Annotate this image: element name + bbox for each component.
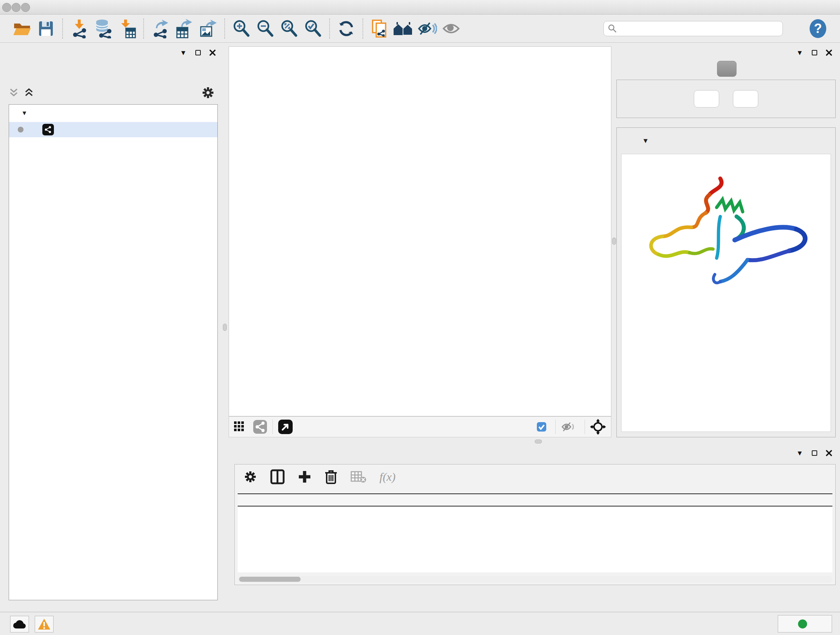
- function-builder-icon[interactable]: f(x): [379, 470, 395, 484]
- cytoscape-window: ? ▼: [0, 0, 840, 635]
- export-table-button[interactable]: [172, 17, 196, 40]
- network-view-toolbar: [229, 416, 611, 437]
- network-selection-bar: [9, 85, 218, 101]
- detach-view-icon[interactable]: [278, 419, 293, 434]
- import-network-database-button[interactable]: [91, 17, 115, 40]
- footer-separator: [555, 420, 556, 434]
- trash-icon[interactable]: [325, 469, 338, 485]
- gene-header[interactable]: ▼: [617, 128, 835, 154]
- results-panel-header: ▼: [616, 46, 838, 59]
- help-button[interactable]: ?: [806, 17, 830, 40]
- memory-status-dot: [798, 619, 807, 629]
- zoom-fit-button[interactable]: [277, 17, 301, 40]
- selected-checkbox-icon[interactable]: [537, 422, 546, 432]
- refresh-icon: [338, 20, 355, 37]
- open-folder-icon: [13, 20, 32, 37]
- search-input[interactable]: [603, 21, 783, 36]
- footer-separator: [272, 420, 273, 434]
- memory-button[interactable]: [778, 615, 832, 632]
- tab-string[interactable]: [717, 61, 737, 77]
- zoom-in-button[interactable]: [229, 17, 253, 40]
- warning-icon: [38, 618, 51, 630]
- zoom-out-button[interactable]: [253, 17, 277, 40]
- cloud-icon: [13, 619, 26, 629]
- control-panel: ▼: [4, 46, 221, 605]
- expand-all-icon[interactable]: [24, 87, 34, 98]
- zoom-in-icon: [232, 19, 250, 38]
- title-bar: [0, 0, 840, 14]
- gene-details: [621, 154, 831, 432]
- add-icon[interactable]: [298, 470, 311, 484]
- show-columns-icon[interactable]: [270, 469, 285, 485]
- zoom-selected-button[interactable]: [301, 17, 325, 40]
- cloud-status-button[interactable]: [10, 616, 29, 632]
- minimize-window-button[interactable]: [11, 3, 21, 12]
- grid-mode-icon[interactable]: [234, 421, 247, 432]
- hide-selected-button[interactable]: [415, 17, 439, 40]
- splitter-handle[interactable]: [535, 440, 542, 443]
- show-all-button[interactable]: [439, 17, 463, 40]
- table-row[interactable]: [238, 507, 832, 520]
- network-view[interactable]: [229, 46, 611, 416]
- splitter-handle[interactable]: [223, 324, 227, 331]
- close-window-button[interactable]: [2, 3, 11, 12]
- network-collection-row[interactable]: ▼: [9, 105, 218, 122]
- hidden-eye-slash-icon: [561, 421, 576, 432]
- first-neighbors-button[interactable]: [368, 17, 392, 40]
- toolbar-separator: [363, 19, 363, 39]
- import-table-icon: [118, 19, 136, 38]
- apply-layout-button[interactable]: [334, 17, 358, 40]
- zoom-fit-icon: [280, 19, 298, 38]
- panel-menu-icon[interactable]: ▼: [180, 49, 187, 56]
- delete-table-icon[interactable]: [351, 470, 366, 483]
- float-panel-icon[interactable]: [812, 50, 817, 55]
- close-panel-icon[interactable]: [826, 50, 832, 56]
- network-tree: ▼: [9, 104, 218, 600]
- table-horizontal-scrollbar[interactable]: [238, 576, 832, 583]
- close-panel-icon[interactable]: [210, 50, 216, 56]
- table-settings-gear-icon[interactable]: [243, 470, 257, 484]
- float-panel-icon[interactable]: [195, 50, 201, 55]
- export-table-icon: [175, 19, 194, 38]
- save-session-button[interactable]: [34, 17, 58, 40]
- network-row-selected[interactable]: [9, 122, 218, 137]
- warnings-button[interactable]: [35, 616, 54, 632]
- eye-icon: [441, 21, 461, 36]
- svg-text:?: ?: [814, 21, 822, 36]
- scrollbar-thumb[interactable]: [239, 577, 301, 582]
- export-image-button[interactable]: [196, 17, 220, 40]
- open-session-button[interactable]: [10, 17, 34, 40]
- import-table-button[interactable]: [115, 17, 139, 40]
- share-view-icon[interactable]: [253, 420, 267, 434]
- gear-icon[interactable]: [201, 86, 215, 100]
- zoom-out-icon: [256, 19, 274, 38]
- footer-separator: [584, 420, 585, 434]
- node-table: [238, 494, 832, 572]
- import-network-icon: [70, 19, 88, 38]
- gene-expand-icon[interactable]: ▼: [642, 137, 649, 145]
- import-network-file-button[interactable]: [67, 17, 91, 40]
- zoom-selected-icon: [304, 19, 322, 38]
- status-bar: [0, 612, 840, 635]
- table-panel-header: ▼: [232, 446, 838, 460]
- collection-expand-icon[interactable]: ▼: [21, 110, 27, 117]
- home-button[interactable]: [392, 17, 415, 40]
- float-panel-icon[interactable]: [812, 450, 817, 456]
- export-network-button[interactable]: [148, 17, 172, 40]
- control-panel-header: ▼: [4, 46, 221, 59]
- panel-menu-icon[interactable]: ▼: [796, 450, 803, 456]
- close-panel-icon[interactable]: [826, 450, 832, 456]
- string-network-icon: [42, 124, 54, 135]
- main-toolbar: ?: [0, 15, 840, 43]
- birds-eye-icon[interactable]: [590, 419, 606, 435]
- expand-all-button[interactable]: [694, 90, 719, 108]
- collapse-all-icon[interactable]: [9, 87, 19, 98]
- table-toolbar: f(x): [243, 467, 395, 486]
- network-svg: [229, 47, 611, 416]
- help-icon: ?: [808, 19, 827, 39]
- collapse-all-button[interactable]: [733, 90, 758, 108]
- panel-menu-icon[interactable]: ▼: [796, 49, 803, 56]
- search-field-wrap: [603, 21, 783, 36]
- table-header-row: [238, 494, 832, 507]
- zoom-window-button[interactable]: [21, 3, 30, 12]
